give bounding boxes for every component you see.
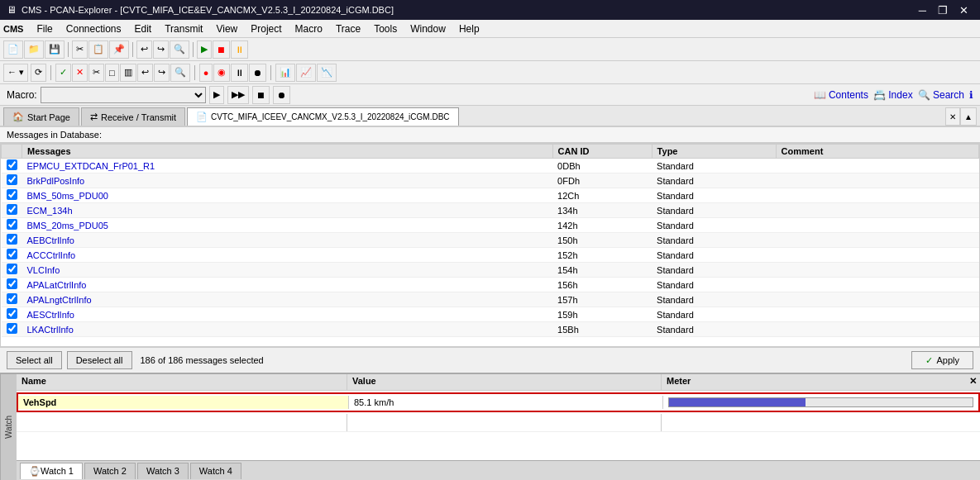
row-checkbox[interactable] — [7, 174, 17, 185]
tab-dbc-file[interactable]: 📄 CVTC_MIFA_ICEEV_CANCMX_V2.5.3_I_202208… — [187, 107, 458, 126]
toolbar-undo[interactable]: ↩ — [136, 40, 152, 59]
table-row[interactable]: AESCtrlInfo 159h Standard — [2, 307, 979, 322]
toolbar-rec[interactable]: ⏺ — [249, 64, 266, 82]
menu-tools[interactable]: Tools — [367, 21, 404, 36]
help-info[interactable]: ℹ — [969, 89, 973, 101]
toolbar-save[interactable]: 💾 — [45, 40, 65, 59]
toolbar-cancel2[interactable]: ✕ — [72, 64, 88, 82]
row-checkbox-cell[interactable] — [2, 307, 22, 322]
macro-rec[interactable]: ⏺ — [273, 86, 290, 104]
table-row[interactable]: VLCInfo 154h Standard — [2, 263, 979, 278]
help-contents[interactable]: 📖 Contents — [814, 89, 868, 101]
row-checkbox-cell[interactable] — [2, 218, 22, 233]
toolbar-pause[interactable]: ⏸ — [231, 40, 248, 59]
toolbar-paste2[interactable]: ▥ — [120, 64, 136, 82]
toolbar-check[interactable]: ✓ — [55, 64, 71, 82]
menu-connections[interactable]: Connections — [60, 21, 128, 36]
close-button[interactable]: ✕ — [954, 4, 973, 17]
macro-stop[interactable]: ⏹ — [252, 86, 270, 104]
macro-play2[interactable]: ▶▶ — [227, 86, 249, 104]
row-checkbox-cell[interactable] — [2, 278, 22, 292]
row-checkbox-cell[interactable] — [2, 322, 22, 337]
menu-edit[interactable]: Edit — [128, 21, 159, 36]
toolbar-paste[interactable]: 📌 — [109, 40, 129, 59]
tab-close-button[interactable]: ✕ — [945, 107, 960, 126]
menu-help[interactable]: Help — [452, 21, 486, 36]
table-row[interactable]: EPMCU_EXTDCAN_FrP01_R1 0DBh Standard — [2, 159, 979, 173]
row-checkbox[interactable] — [7, 219, 17, 230]
table-row[interactable]: ECM_134h 134h Standard — [2, 203, 979, 218]
watch-tab-3[interactable]: Watch 3 — [137, 463, 189, 479]
apply-button[interactable]: ✓ Apply — [911, 351, 973, 369]
watch-close-icon[interactable]: ✕ — [966, 374, 980, 390]
macro-select[interactable] — [41, 87, 206, 103]
messages-table[interactable]: Messages CAN ID Type Comment EPMCU_EXTDC… — [0, 143, 980, 347]
toolbar-stop[interactable]: ⏹ — [213, 40, 230, 59]
table-row[interactable]: APALngtCtrlInfo 157h Standard — [2, 292, 979, 307]
select-all-button[interactable]: Select all — [7, 351, 62, 369]
toolbar-undo2[interactable]: ↩ — [137, 64, 153, 82]
row-checkbox[interactable] — [7, 189, 17, 200]
toolbar-run[interactable]: ▶ — [197, 40, 212, 59]
minimize-button[interactable]: ─ — [914, 4, 931, 17]
row-checkbox-cell[interactable] — [2, 263, 22, 278]
table-row[interactable]: APALatCtrlInfo 156h Standard — [2, 278, 979, 292]
watch-tab-2[interactable]: Watch 2 — [84, 463, 136, 479]
table-row[interactable]: AEBCtrlInfo 150h Standard — [2, 233, 979, 248]
table-row[interactable]: LKACtrlInfo 15Bh Standard — [2, 322, 979, 337]
table-row[interactable]: BMS_50ms_PDU00 12Ch Standard — [2, 188, 979, 203]
toolbar-cut[interactable]: ✂ — [72, 40, 88, 59]
row-checkbox-cell[interactable] — [2, 233, 22, 248]
table-row[interactable]: ACCCtrlInfo 152h Standard — [2, 248, 979, 263]
restore-button[interactable]: ❐ — [933, 4, 953, 17]
toolbar-redo2[interactable]: ↪ — [154, 64, 170, 82]
toolbar-chart2[interactable]: 📈 — [296, 64, 316, 82]
menu-view[interactable]: View — [209, 21, 244, 36]
menu-file[interactable]: File — [30, 21, 59, 36]
toolbar-red[interactable]: ● — [199, 64, 213, 82]
row-checkbox-cell[interactable] — [2, 292, 22, 307]
toolbar-chart[interactable]: 📊 — [275, 64, 295, 82]
menu-transmit[interactable]: Transmit — [158, 21, 209, 36]
watch-tab-4[interactable]: Watch 4 — [190, 463, 241, 479]
row-checkbox-cell[interactable] — [2, 203, 22, 218]
toolbar-red2[interactable]: ◉ — [213, 64, 230, 82]
macro-play[interactable]: ▶ — [209, 86, 224, 104]
menu-window[interactable]: Window — [404, 21, 452, 36]
row-checkbox-cell[interactable] — [2, 188, 22, 203]
row-checkbox[interactable] — [7, 234, 17, 245]
toolbar-redo[interactable]: ↪ — [153, 40, 169, 59]
row-checkbox[interactable] — [7, 323, 17, 334]
watch-tab-1[interactable]: ⌚ Watch 1 — [20, 463, 83, 479]
toolbar-find[interactable]: 🔍 — [170, 64, 190, 82]
maximize-panel-button[interactable]: ▲ — [960, 107, 977, 126]
menu-project[interactable]: Project — [244, 21, 288, 36]
row-checkbox[interactable] — [7, 204, 17, 215]
row-checkbox[interactable] — [7, 278, 17, 289]
toolbar-copy[interactable]: 📋 — [88, 40, 108, 59]
toolbar-search[interactable]: 🔍 — [170, 40, 189, 59]
row-checkbox[interactable] — [7, 308, 17, 319]
row-checkbox[interactable] — [7, 264, 17, 274]
toolbar-copy2[interactable]: □ — [105, 64, 119, 82]
table-row[interactable]: BrkPdlPosInfo 0FDh Standard — [2, 173, 979, 188]
toolbar-chart3[interactable]: 📉 — [317, 64, 337, 82]
table-row[interactable]: BMS_20ms_PDU05 142h Standard — [2, 218, 979, 233]
toolbar-forward[interactable]: ⟳ — [31, 64, 46, 82]
help-index[interactable]: 📇 Index — [873, 89, 913, 101]
tab-start-page[interactable]: 🏠 Start Page — [3, 107, 79, 126]
watch-row-vehspd[interactable]: VehSpd 85.1 km/h — [17, 392, 980, 412]
deselect-all-button[interactable]: Deselect all — [67, 351, 132, 369]
row-checkbox-cell[interactable] — [2, 248, 22, 263]
menu-trace[interactable]: Trace — [329, 21, 367, 36]
toolbar-pause2[interactable]: ⏸ — [231, 64, 248, 82]
toolbar-scissors[interactable]: ✂ — [88, 64, 104, 82]
row-checkbox[interactable] — [7, 293, 17, 304]
row-checkbox[interactable] — [7, 249, 17, 259]
row-checkbox-cell[interactable] — [2, 159, 22, 173]
toolbar-back[interactable]: ← ▾ — [3, 64, 28, 82]
row-checkbox[interactable] — [7, 159, 17, 170]
menu-macro[interactable]: Macro — [289, 21, 329, 36]
help-search[interactable]: 🔍 Search — [918, 89, 964, 101]
toolbar-new[interactable]: 📄 — [3, 40, 23, 59]
